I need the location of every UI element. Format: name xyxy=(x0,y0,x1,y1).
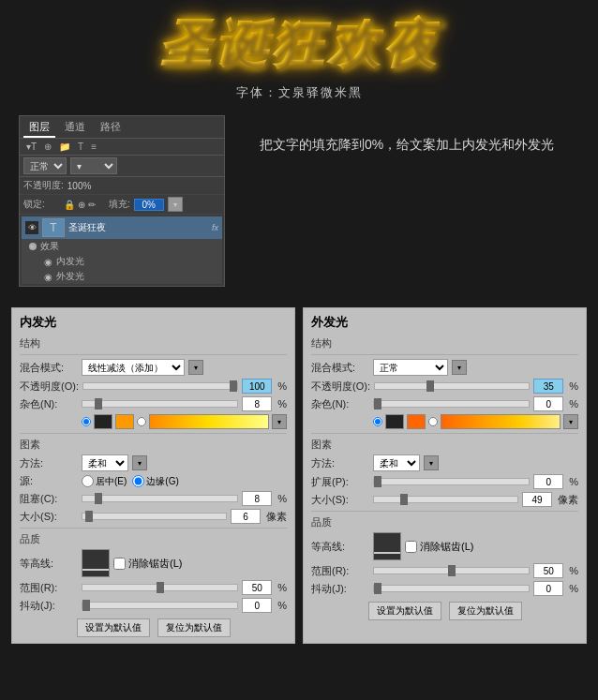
lock-label: 锁定: xyxy=(23,198,61,211)
inner-gradient-arrow[interactable]: ▾ xyxy=(272,414,287,429)
inner-choke-slider[interactable] xyxy=(82,495,238,502)
blend-mode-row: 正常 ▾ xyxy=(20,156,224,177)
inner-method-dropdown[interactable]: 柔和 xyxy=(82,454,128,471)
inner-center-radio[interactable] xyxy=(82,475,94,487)
brush-icon[interactable]: ✏ xyxy=(88,200,96,210)
inner-noise-input[interactable] xyxy=(242,396,272,411)
outer-noise-slider[interactable] xyxy=(373,400,530,408)
blend-mode-extra[interactable]: ▾ xyxy=(70,157,117,174)
inner-jitter-percent: % xyxy=(277,600,287,611)
inner-solid-radio[interactable] xyxy=(82,417,91,426)
inner-range-label: 范围(R): xyxy=(20,581,78,595)
inner-noise-slider[interactable] xyxy=(82,400,238,408)
outer-spread-slider[interactable] xyxy=(373,478,530,485)
outer-glow-effect[interactable]: ◉ 外发光 xyxy=(25,269,218,284)
search-dropdown[interactable]: ▾T xyxy=(23,141,39,153)
outer-contour-thumb[interactable] xyxy=(373,532,401,560)
inner-gradient-radio[interactable] xyxy=(137,417,146,426)
move-icon[interactable]: ⊕ xyxy=(78,200,85,210)
outer-spread-input[interactable] xyxy=(533,474,563,489)
inner-eliminate-checkbox[interactable] xyxy=(113,558,126,570)
inner-gradient-box[interactable] xyxy=(149,414,269,429)
outer-range-label: 范围(R): xyxy=(311,564,369,578)
inner-quality-label: 品质 xyxy=(20,532,287,546)
bottom-panels: 内发光 结构 混合模式: 线性减淡（添加） ▾ 不透明度(O): % 杂色(N)… xyxy=(0,300,598,651)
outer-jitter-slider[interactable] xyxy=(373,585,530,592)
outer-blend-arrow[interactable]: ▾ xyxy=(452,360,467,375)
inner-color-black[interactable] xyxy=(94,414,112,429)
inner-range-input[interactable] xyxy=(242,580,272,595)
inner-choke-input[interactable] xyxy=(242,491,272,506)
inner-jitter-row: 抖动(J): % xyxy=(20,598,287,613)
inner-method-row: 方法: 柔和 ▾ xyxy=(20,454,287,471)
outer-method-arrow[interactable]: ▾ xyxy=(424,455,439,470)
opacity-label: 不透明度: xyxy=(23,179,64,192)
tab-layers[interactable]: 图层 xyxy=(23,118,55,138)
inner-reset-btn[interactable]: 复位为默认值 xyxy=(157,618,231,637)
outer-default-btn[interactable]: 设置为默认值 xyxy=(368,602,441,620)
outer-solid-radio[interactable] xyxy=(373,417,382,426)
outer-size-input[interactable] xyxy=(522,492,552,507)
outer-range-input[interactable] xyxy=(533,563,563,578)
outer-gradient-arrow[interactable]: ▾ xyxy=(563,414,578,429)
inner-range-percent: % xyxy=(277,582,287,593)
inner-eliminate-checkbox-group[interactable]: 消除锯齿(L) xyxy=(113,557,182,571)
fill-arrow[interactable]: ▾ xyxy=(168,197,183,212)
outer-jitter-input[interactable] xyxy=(533,581,563,596)
inner-jitter-input[interactable] xyxy=(242,598,272,613)
outer-opacity-slider[interactable] xyxy=(374,382,530,390)
fill-input[interactable] xyxy=(134,199,164,211)
inner-method-arrow[interactable]: ▾ xyxy=(132,455,147,470)
blend-mode-dropdown[interactable]: 正常 xyxy=(23,157,67,174)
outer-color-orange[interactable] xyxy=(407,414,426,429)
effects-arrow[interactable]: ▸ xyxy=(29,243,37,250)
layer-item[interactable]: 👁 T 圣诞狂夜 fx xyxy=(22,216,222,239)
outer-glow-title: 外发光 xyxy=(311,314,578,331)
outer-eliminate-checkbox-group[interactable]: 消除锯齿(L) xyxy=(405,540,473,554)
outer-blend-dropdown[interactable]: 正常 xyxy=(373,359,448,376)
outer-noise-input[interactable] xyxy=(533,396,563,411)
inner-default-btn[interactable]: 设置为默认值 xyxy=(77,618,150,637)
outer-gradient-box[interactable] xyxy=(441,414,561,429)
outer-method-dropdown[interactable]: 柔和 xyxy=(373,454,420,471)
divider1 xyxy=(20,354,287,355)
inner-opacity-row: 不透明度(O): % xyxy=(20,379,287,394)
inner-blend-dropdown[interactable]: 线性减淡（添加） xyxy=(82,359,185,376)
inner-size-input[interactable] xyxy=(231,509,261,524)
outer-reset-btn[interactable]: 复位为默认值 xyxy=(449,602,522,620)
outer-range-slider[interactable] xyxy=(373,567,530,574)
inner-blend-arrow[interactable]: ▾ xyxy=(188,360,203,375)
inner-jitter-slider[interactable] xyxy=(82,602,238,609)
inner-opacity-input[interactable] xyxy=(242,379,272,394)
outer-eliminate-checkbox[interactable] xyxy=(405,541,417,553)
lock-icon[interactable]: 🔒 xyxy=(64,200,75,210)
outer-size-slider[interactable] xyxy=(373,496,518,503)
text-icon[interactable]: T xyxy=(75,141,86,153)
outer-noise-row: 杂色(N): % xyxy=(311,396,578,411)
outer-glow-panel: 外发光 结构 混合模式: 正常 ▾ 不透明度(O): % 杂色(N): % xyxy=(303,307,587,644)
inner-source-edge[interactable]: 边缘(G) xyxy=(132,475,178,488)
outer-opacity-input[interactable] xyxy=(533,379,563,394)
inner-jitter-label: 抖动(J): xyxy=(20,599,78,613)
outer-gradient-radio[interactable] xyxy=(428,417,438,426)
more-icon[interactable]: ≡ xyxy=(88,141,99,153)
inner-source-center[interactable]: 居中(E) xyxy=(82,475,127,488)
layer-fx-badge[interactable]: fx xyxy=(212,223,218,232)
inner-range-slider[interactable] xyxy=(82,584,238,591)
inner-edge-radio[interactable] xyxy=(132,475,144,487)
new-layer-icon[interactable]: ⊕ xyxy=(41,141,54,153)
inner-opacity-slider[interactable] xyxy=(82,382,238,390)
inner-source-row: 源: 居中(E) 边缘(G) xyxy=(20,474,287,488)
outer-glow-structure-label: 结构 xyxy=(311,336,578,350)
inner-color-orange[interactable] xyxy=(115,414,134,429)
folder-icon[interactable]: 📁 xyxy=(56,141,73,153)
inner-choke-label: 阻塞(C): xyxy=(20,492,78,506)
layer-visibility-toggle[interactable]: 👁 xyxy=(25,221,38,234)
outer-color-black[interactable] xyxy=(385,414,404,429)
outer-divider3 xyxy=(311,511,578,512)
inner-contour-thumb[interactable] xyxy=(82,549,110,577)
inner-glow-effect[interactable]: ◉ 内发光 xyxy=(25,254,218,269)
tab-paths[interactable]: 路径 xyxy=(95,118,127,138)
inner-size-slider[interactable] xyxy=(82,513,227,520)
tab-channels[interactable]: 通道 xyxy=(59,118,91,138)
